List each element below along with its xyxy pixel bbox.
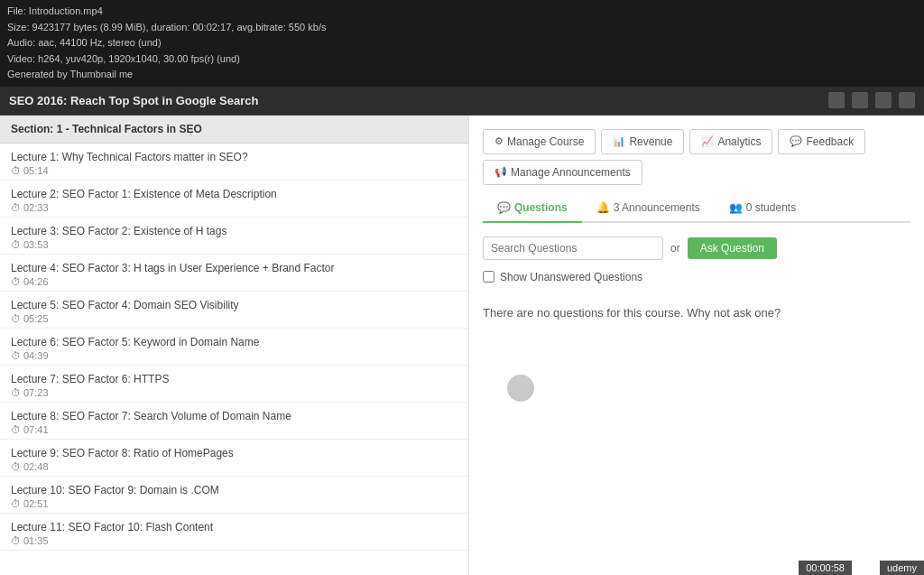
lecture-duration: ⏱ 02:48 [11, 461, 457, 472]
lecture-title: Lecture 5: SEO Factor 4: Domain SEO Visi… [11, 299, 457, 311]
lecture-item[interactable]: Lecture 1: Why Technical Factors matter … [0, 144, 468, 181]
sidebar: Section: 1 - Technical Factors in SEO Le… [0, 116, 469, 575]
lecture-title: Lecture 8: SEO Factor 7: Search Volume o… [11, 410, 457, 422]
nav-icon-3[interactable] [875, 92, 892, 108]
gear-icon: ⚙ [494, 135, 504, 147]
tab-students[interactable]: 👥 0 students [715, 194, 810, 223]
no-questions-message: There are no questions for this course. … [483, 297, 910, 329]
cursor-indicator [507, 375, 534, 402]
lecture-duration: ⏱ 02:33 [11, 202, 457, 213]
info-line3: Audio: aac, 44100 Hz, stereo (und) [7, 35, 917, 51]
search-row: or Ask Question [483, 236, 910, 260]
lecture-item[interactable]: Lecture 7: SEO Factor 6: HTTPS ⏱ 07:23 [0, 366, 468, 403]
lecture-list: Lecture 1: Why Technical Factors matter … [0, 144, 468, 551]
clock-icon: ⏱ [11, 387, 21, 398]
clock-icon: ⏱ [11, 424, 21, 435]
lecture-duration: ⏱ 04:39 [11, 350, 457, 361]
content-area: ⚙ Manage Course 📊 Revenue 📈 Analytics 💬 … [469, 116, 924, 575]
nav-icon-2[interactable] [852, 92, 868, 108]
clock-icon: ⏱ [11, 350, 21, 361]
lecture-item[interactable]: Lecture 9: SEO Factor 8: Ratio of HomePa… [0, 440, 468, 477]
nav-icon-1[interactable] [828, 92, 845, 108]
lecture-title: Lecture 4: SEO Factor 3: H tags in User … [11, 262, 457, 274]
lecture-title: Lecture 6: SEO Factor 5: Keyword in Doma… [11, 336, 457, 348]
tabs: 💬 Questions 🔔 3 Announcements 👥 0 studen… [483, 194, 910, 223]
ask-question-button[interactable]: Ask Question [688, 237, 777, 259]
lecture-title: Lecture 3: SEO Factor 2: Existence of H … [11, 225, 457, 237]
show-unanswered-checkbox[interactable] [483, 271, 494, 283]
nav-title: SEO 2016: Reach Top Spot in Google Searc… [9, 94, 258, 107]
tab-questions[interactable]: 💬 Questions [483, 194, 582, 223]
lecture-duration: ⏱ 07:41 [11, 424, 457, 435]
info-line4: Video: h264, yuv420p, 1920x1040, 30.00 f… [7, 51, 917, 68]
lecture-duration: ⏱ 05:25 [11, 313, 457, 324]
lecture-item[interactable]: Lecture 10: SEO Factor 9: Domain is .COM… [0, 477, 468, 514]
search-input[interactable] [483, 236, 663, 260]
lecture-item[interactable]: Lecture 11: SEO Factor 10: Flash Content… [0, 514, 468, 551]
lecture-duration: ⏱ 03:53 [11, 239, 457, 250]
lecture-duration: ⏱ 01:35 [11, 535, 457, 546]
lecture-title: Lecture 11: SEO Factor 10: Flash Content [11, 521, 457, 533]
lecture-title: Lecture 1: Why Technical Factors matter … [11, 151, 457, 163]
tab-announcements[interactable]: 🔔 3 Announcements [582, 194, 715, 223]
clock-icon: ⏱ [11, 239, 21, 250]
clock-icon: ⏱ [11, 461, 21, 472]
clock-icon: ⏱ [11, 313, 21, 324]
nav-bar: SEO 2016: Reach Top Spot in Google Searc… [0, 87, 924, 116]
lecture-title: Lecture 9: SEO Factor 8: Ratio of HomePa… [11, 447, 457, 459]
lecture-item[interactable]: Lecture 2: SEO Factor 1: Existence of Me… [0, 181, 468, 218]
nav-icons [828, 92, 915, 108]
udemy-brand: udemy [880, 561, 924, 575]
announcements-icon: 🔔 [596, 201, 610, 214]
lecture-duration: ⏱ 02:51 [11, 498, 457, 509]
clock-icon: ⏱ [11, 202, 21, 213]
questions-icon: 💬 [497, 201, 511, 214]
lecture-item[interactable]: Lecture 5: SEO Factor 4: Domain SEO Visi… [0, 292, 468, 329]
lecture-item[interactable]: Lecture 6: SEO Factor 5: Keyword in Doma… [0, 329, 468, 366]
show-unanswered-label: Show Unanswered Questions [500, 271, 642, 283]
feedback-button[interactable]: 💬 Feedback [778, 129, 865, 154]
lecture-item[interactable]: Lecture 3: SEO Factor 2: Existence of H … [0, 218, 468, 255]
manage-announcements-button[interactable]: 📢 Manage Announcements [483, 160, 642, 185]
section-header: Section: 1 - Technical Factors in SEO [0, 116, 468, 144]
lecture-item[interactable]: Lecture 8: SEO Factor 7: Search Volume o… [0, 403, 468, 440]
lecture-item[interactable]: Lecture 4: SEO Factor 3: H tags in User … [0, 255, 468, 292]
info-bar: File: Introduction.mp4 Size: 9423177 byt… [0, 0, 924, 87]
lecture-duration: ⏱ 07:23 [11, 387, 457, 398]
timer-display: 00:00:58 [799, 561, 852, 575]
lecture-title: Lecture 2: SEO Factor 1: Existence of Me… [11, 188, 457, 200]
clock-icon: ⏱ [11, 276, 21, 287]
comment-icon: 💬 [790, 135, 802, 147]
clock-icon: ⏱ [11, 535, 21, 546]
megaphone-icon: 📢 [494, 166, 507, 178]
toolbar: ⚙ Manage Course 📊 Revenue 📈 Analytics 💬 … [483, 129, 910, 185]
clock-icon: ⏱ [11, 498, 21, 509]
bar-chart-icon: 📊 [613, 135, 625, 147]
analytics-icon: 📈 [701, 135, 714, 147]
lecture-title: Lecture 7: SEO Factor 6: HTTPS [11, 373, 457, 385]
info-line5: Generated by Thumbnail me [7, 67, 917, 83]
info-line1: File: Introduction.mp4 [7, 4, 917, 20]
analytics-button[interactable]: 📈 Analytics [689, 129, 772, 154]
main-layout: Section: 1 - Technical Factors in SEO Le… [0, 116, 924, 575]
revenue-button[interactable]: 📊 Revenue [601, 129, 684, 154]
clock-icon: ⏱ [11, 165, 21, 176]
or-text: or [670, 242, 680, 255]
info-line2: Size: 9423177 bytes (8.99 MiB), duration… [7, 20, 917, 36]
nav-icon-4[interactable] [899, 92, 915, 108]
manage-course-button[interactable]: ⚙ Manage Course [483, 129, 596, 154]
checkbox-row: Show Unanswered Questions [483, 271, 910, 283]
lecture-title: Lecture 10: SEO Factor 9: Domain is .COM [11, 484, 457, 496]
students-icon: 👥 [729, 201, 743, 214]
lecture-duration: ⏱ 04:26 [11, 276, 457, 287]
lecture-duration: ⏱ 05:14 [11, 165, 457, 176]
